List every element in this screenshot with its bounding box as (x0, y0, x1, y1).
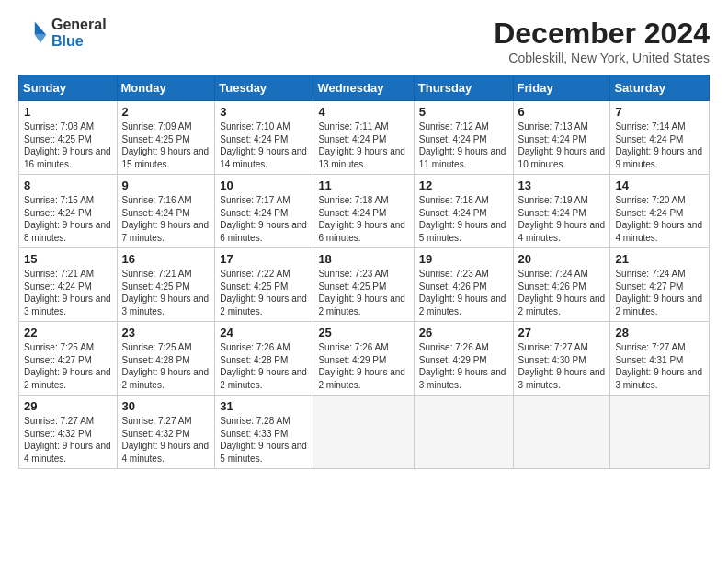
calendar-cell: 5Sunrise: 7:12 AMSunset: 4:24 PMDaylight… (414, 101, 513, 175)
day-number: 10 (220, 178, 308, 192)
calendar-header-wednesday: Wednesday (313, 75, 414, 101)
calendar-week-3: 15Sunrise: 7:21 AMSunset: 4:24 PMDayligh… (19, 248, 710, 322)
calendar-cell: 28Sunrise: 7:27 AMSunset: 4:31 PMDayligh… (610, 322, 710, 396)
calendar-cell: 8Sunrise: 7:15 AMSunset: 4:24 PMDaylight… (19, 175, 118, 248)
day-info: Sunrise: 7:28 AMSunset: 4:33 PMDaylight:… (220, 416, 307, 464)
day-number: 16 (122, 252, 210, 266)
calendar-cell: 18Sunrise: 7:23 AMSunset: 4:25 PMDayligh… (313, 248, 414, 322)
day-info: Sunrise: 7:25 AMSunset: 4:28 PMDaylight:… (122, 342, 210, 390)
day-info: Sunrise: 7:15 AMSunset: 4:24 PMDaylight:… (24, 195, 111, 243)
day-info: Sunrise: 7:13 AMSunset: 4:24 PMDaylight:… (518, 121, 606, 169)
day-info: Sunrise: 7:27 AMSunset: 4:32 PMDaylight:… (122, 416, 210, 464)
svg-marker-0 (35, 21, 46, 34)
day-info: Sunrise: 7:24 AMSunset: 4:27 PMDaylight:… (615, 269, 702, 316)
title-area: December 2024 Cobleskill, New York, Unit… (494, 17, 710, 65)
day-number: 3 (220, 105, 308, 119)
day-number: 18 (318, 252, 408, 266)
calendar-cell: 14Sunrise: 7:20 AMSunset: 4:24 PMDayligh… (610, 175, 710, 248)
day-number: 19 (419, 252, 508, 266)
day-info: Sunrise: 7:18 AMSunset: 4:24 PMDaylight:… (318, 195, 405, 243)
day-number: 27 (518, 326, 606, 339)
calendar-cell: 9Sunrise: 7:16 AMSunset: 4:24 PMDaylight… (117, 175, 215, 248)
day-info: Sunrise: 7:16 AMSunset: 4:24 PMDaylight:… (122, 195, 210, 243)
day-number: 4 (318, 105, 408, 119)
calendar-cell: 31Sunrise: 7:28 AMSunset: 4:33 PMDayligh… (215, 396, 313, 469)
calendar-cell: 21Sunrise: 7:24 AMSunset: 4:27 PMDayligh… (610, 248, 710, 322)
calendar-cell: 13Sunrise: 7:19 AMSunset: 4:24 PMDayligh… (513, 175, 610, 248)
day-info: Sunrise: 7:26 AMSunset: 4:29 PMDaylight:… (419, 342, 506, 390)
calendar-cell: 11Sunrise: 7:18 AMSunset: 4:24 PMDayligh… (313, 175, 414, 248)
calendar-cell: 1Sunrise: 7:08 AMSunset: 4:25 PMDaylight… (19, 101, 118, 175)
day-info: Sunrise: 7:23 AMSunset: 4:26 PMDaylight:… (419, 269, 506, 316)
calendar-header-monday: Monday (117, 75, 215, 101)
calendar-week-2: 8Sunrise: 7:15 AMSunset: 4:24 PMDaylight… (19, 175, 710, 248)
day-info: Sunrise: 7:27 AMSunset: 4:31 PMDaylight:… (615, 342, 702, 390)
day-info: Sunrise: 7:20 AMSunset: 4:24 PMDaylight:… (615, 195, 702, 243)
calendar-header-friday: Friday (513, 75, 610, 101)
calendar-cell: 26Sunrise: 7:26 AMSunset: 4:29 PMDayligh… (414, 322, 513, 396)
calendar-cell: 7Sunrise: 7:14 AMSunset: 4:24 PMDaylight… (610, 101, 710, 175)
day-number: 7 (615, 105, 704, 119)
day-info: Sunrise: 7:26 AMSunset: 4:28 PMDaylight:… (220, 342, 307, 390)
calendar-cell: 24Sunrise: 7:26 AMSunset: 4:28 PMDayligh… (215, 322, 313, 396)
calendar-cell: 15Sunrise: 7:21 AMSunset: 4:24 PMDayligh… (19, 248, 118, 322)
calendar-week-1: 1Sunrise: 7:08 AMSunset: 4:25 PMDaylight… (19, 101, 710, 175)
calendar-cell (313, 396, 414, 469)
calendar-header-thursday: Thursday (414, 75, 513, 101)
day-number: 11 (318, 178, 408, 192)
day-info: Sunrise: 7:21 AMSunset: 4:24 PMDaylight:… (24, 269, 111, 316)
day-number: 25 (318, 326, 408, 339)
day-info: Sunrise: 7:10 AMSunset: 4:24 PMDaylight:… (220, 121, 307, 169)
calendar-header-saturday: Saturday (610, 75, 710, 101)
day-info: Sunrise: 7:26 AMSunset: 4:29 PMDaylight:… (318, 342, 405, 390)
day-info: Sunrise: 7:14 AMSunset: 4:24 PMDaylight:… (615, 121, 702, 169)
calendar-header-row: SundayMondayTuesdayWednesdayThursdayFrid… (19, 75, 710, 101)
day-number: 1 (24, 105, 112, 119)
day-number: 30 (122, 399, 210, 413)
calendar-cell: 23Sunrise: 7:25 AMSunset: 4:28 PMDayligh… (117, 322, 215, 396)
day-number: 5 (419, 105, 508, 119)
calendar-cell: 25Sunrise: 7:26 AMSunset: 4:29 PMDayligh… (313, 322, 414, 396)
calendar-week-5: 29Sunrise: 7:27 AMSunset: 4:32 PMDayligh… (19, 396, 710, 469)
day-info: Sunrise: 7:17 AMSunset: 4:24 PMDaylight:… (220, 195, 307, 243)
day-info: Sunrise: 7:22 AMSunset: 4:25 PMDaylight:… (220, 269, 307, 316)
day-number: 15 (24, 252, 112, 266)
day-info: Sunrise: 7:12 AMSunset: 4:24 PMDaylight:… (419, 121, 506, 169)
day-number: 8 (24, 178, 112, 192)
day-number: 24 (220, 326, 308, 339)
day-number: 6 (518, 105, 606, 119)
calendar-cell: 10Sunrise: 7:17 AMSunset: 4:24 PMDayligh… (215, 175, 313, 248)
day-number: 17 (220, 252, 308, 266)
calendar-table: SundayMondayTuesdayWednesdayThursdayFrid… (18, 75, 710, 469)
svg-marker-1 (35, 34, 46, 42)
day-info: Sunrise: 7:23 AMSunset: 4:25 PMDaylight:… (318, 269, 405, 316)
day-info: Sunrise: 7:27 AMSunset: 4:32 PMDaylight:… (24, 416, 111, 464)
day-number: 2 (122, 105, 210, 119)
logo: General Blue (18, 17, 107, 49)
logo-general: General (51, 17, 107, 33)
day-number: 28 (615, 326, 704, 339)
day-number: 31 (220, 399, 308, 413)
calendar-cell: 2Sunrise: 7:09 AMSunset: 4:25 PMDaylight… (117, 101, 215, 175)
day-number: 22 (24, 326, 112, 339)
main-title: December 2024 (494, 17, 710, 51)
calendar-cell: 20Sunrise: 7:24 AMSunset: 4:26 PMDayligh… (513, 248, 610, 322)
day-info: Sunrise: 7:09 AMSunset: 4:25 PMDaylight:… (122, 121, 210, 169)
day-number: 26 (419, 326, 508, 339)
calendar-cell (513, 396, 610, 469)
calendar-cell: 19Sunrise: 7:23 AMSunset: 4:26 PMDayligh… (414, 248, 513, 322)
calendar-cell: 6Sunrise: 7:13 AMSunset: 4:24 PMDaylight… (513, 101, 610, 175)
logo-text: General Blue (51, 17, 107, 49)
calendar-cell: 22Sunrise: 7:25 AMSunset: 4:27 PMDayligh… (19, 322, 118, 396)
calendar-cell: 27Sunrise: 7:27 AMSunset: 4:30 PMDayligh… (513, 322, 610, 396)
logo-icon (18, 18, 48, 48)
day-number: 21 (615, 252, 704, 266)
calendar-cell: 3Sunrise: 7:10 AMSunset: 4:24 PMDaylight… (215, 101, 313, 175)
day-number: 23 (122, 326, 210, 339)
calendar-cell: 4Sunrise: 7:11 AMSunset: 4:24 PMDaylight… (313, 101, 414, 175)
subtitle: Cobleskill, New York, United States (494, 51, 710, 65)
calendar-cell: 30Sunrise: 7:27 AMSunset: 4:32 PMDayligh… (117, 396, 215, 469)
calendar-cell: 29Sunrise: 7:27 AMSunset: 4:32 PMDayligh… (19, 396, 118, 469)
calendar-cell (610, 396, 710, 469)
header: General Blue December 2024 Cobleskill, N… (18, 17, 710, 65)
